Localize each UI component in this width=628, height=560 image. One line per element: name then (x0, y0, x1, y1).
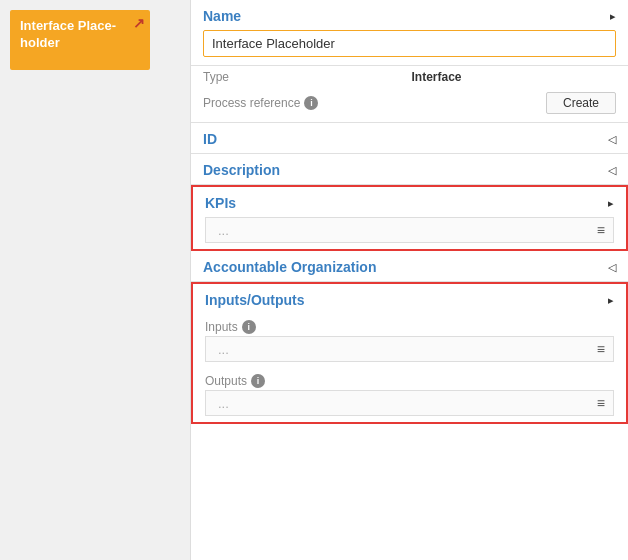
description-section: Description ◁ (191, 154, 628, 185)
node-arrow-icon: ↗ (133, 15, 145, 31)
type-label: Type (203, 70, 408, 84)
io-pin-icon: ▸ (608, 294, 614, 307)
type-section: Type Interface Process reference i Creat… (191, 66, 628, 123)
description-section-title: Description (203, 162, 280, 178)
outputs-menu-icon[interactable]: ≡ (597, 395, 605, 411)
type-row: Type Interface (191, 66, 628, 88)
accountable-org-title: Accountable Organization (203, 259, 376, 275)
kpis-section-title: KPIs (205, 195, 236, 211)
process-ref-label: Process reference i (203, 96, 546, 110)
accountable-org-header: Accountable Organization ◁ (191, 251, 628, 281)
inputs-outputs-section: Inputs/Outputs ▸ Inputs i ... ≡ Outputs … (191, 282, 628, 424)
inputs-placeholder: ... (218, 342, 229, 357)
id-section: ID ◁ (191, 123, 628, 154)
outputs-info-icon: i (251, 374, 265, 388)
name-pin-icon: ▸ (610, 10, 616, 23)
id-collapse-icon[interactable]: ◁ (608, 133, 616, 146)
io-section-title: Inputs/Outputs (205, 292, 305, 308)
outputs-input-row: ... ≡ (205, 390, 614, 416)
name-section-title: Name (203, 8, 241, 24)
type-value: Interface (408, 70, 617, 84)
name-section-header: Name ▸ (191, 0, 628, 30)
name-input[interactable] (203, 30, 616, 57)
left-panel: Interface Place-holder ↗ (0, 0, 190, 560)
kpis-placeholder: ... (218, 223, 229, 238)
inputs-menu-icon[interactable]: ≡ (597, 341, 605, 357)
outputs-label-row: Outputs i (193, 368, 626, 390)
outputs-label: Outputs (205, 374, 247, 388)
inputs-label-row: Inputs i (193, 314, 626, 336)
inputs-input-row: ... ≡ (205, 336, 614, 362)
kpis-input-row: ... ≡ (205, 217, 614, 243)
node-card[interactable]: Interface Place-holder ↗ (10, 10, 150, 70)
node-label: Interface Place-holder (20, 18, 140, 52)
io-section-header: Inputs/Outputs ▸ (193, 284, 626, 314)
accountable-org-collapse-icon[interactable]: ◁ (608, 261, 616, 274)
id-section-title: ID (203, 131, 217, 147)
id-section-header: ID ◁ (191, 123, 628, 153)
right-panel: Name ▸ Type Interface Process reference … (190, 0, 628, 560)
kpis-section: KPIs ▸ ... ≡ (191, 185, 628, 251)
description-section-header: Description ◁ (191, 154, 628, 184)
outputs-placeholder: ... (218, 396, 229, 411)
process-ref-info-icon: i (304, 96, 318, 110)
inputs-label: Inputs (205, 320, 238, 334)
process-ref-row: Process reference i Create (191, 88, 628, 122)
kpis-menu-icon[interactable]: ≡ (597, 222, 605, 238)
kpis-pin-icon: ▸ (608, 197, 614, 210)
inputs-info-icon: i (242, 320, 256, 334)
create-button[interactable]: Create (546, 92, 616, 114)
kpis-section-header: KPIs ▸ (193, 187, 626, 217)
accountable-org-section: Accountable Organization ◁ (191, 251, 628, 282)
description-collapse-icon[interactable]: ◁ (608, 164, 616, 177)
name-section: Name ▸ (191, 0, 628, 66)
